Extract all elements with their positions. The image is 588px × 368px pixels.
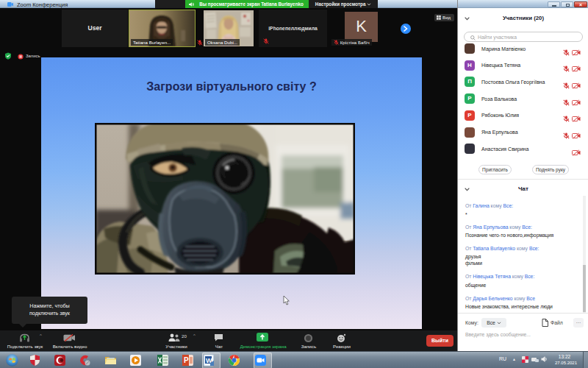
svg-text:P: P: [184, 356, 189, 364]
